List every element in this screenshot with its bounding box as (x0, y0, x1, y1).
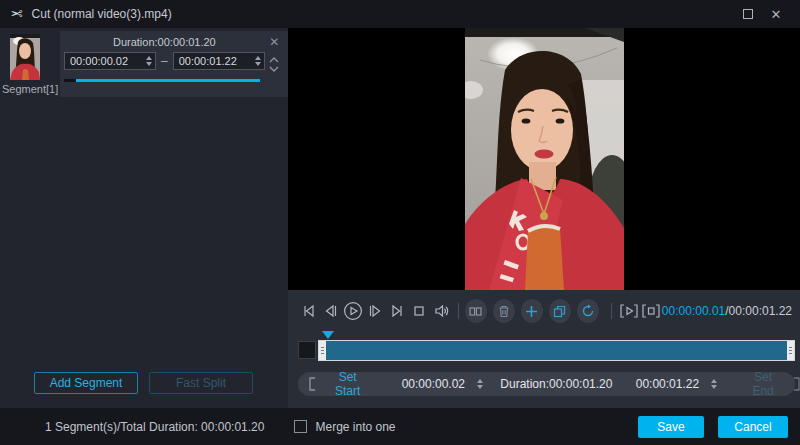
timeline-row (298, 339, 795, 361)
split-segment-button[interactable] (465, 299, 487, 323)
delete-segment-button[interactable] (493, 299, 515, 323)
maximize-icon (743, 9, 753, 19)
titlebar: ✂ Cut (normal video(3).mp4) ✕ (0, 0, 800, 28)
play-icon (343, 301, 363, 321)
trash-icon (498, 305, 510, 318)
merge-checkbox[interactable] (294, 420, 307, 433)
playhead-marker[interactable] (322, 331, 334, 339)
spinner-down-icon[interactable] (477, 385, 483, 389)
spinner-down-icon[interactable] (255, 62, 261, 66)
play-button[interactable] (342, 301, 364, 321)
segment-panel: Segment[1] Duration:00:00:01.20 – (0, 28, 288, 408)
end-bracket-icon (792, 377, 800, 391)
set-start-button[interactable]: Set Start (317, 370, 378, 398)
segment-panel-buttons: Add Segment Fast Split (0, 372, 288, 408)
trim-duration-label: Duration:00:00:01.20 (500, 377, 612, 391)
split-icon (469, 306, 482, 317)
segment-card-rail: ✕ (265, 34, 284, 97)
copy-segment-button[interactable] (549, 299, 571, 323)
set-end-button[interactable]: Set End (734, 370, 791, 398)
trim-start-input[interactable] (394, 377, 472, 391)
skip-start-icon (300, 302, 318, 320)
current-time: 00:00:00.01 (662, 304, 725, 318)
video-viewport (288, 28, 800, 290)
volume-icon (432, 302, 451, 320)
segment-reorder[interactable] (268, 56, 280, 73)
add-segment-icon-button[interactable] (521, 299, 543, 323)
window-title: Cut (normal video(3).mp4) (32, 7, 172, 21)
copy-icon (553, 305, 566, 318)
separator (611, 303, 612, 319)
fast-split-button[interactable]: Fast Split (149, 372, 253, 394)
stop-segment-button[interactable] (640, 301, 662, 321)
trim-start-spinner[interactable] (476, 379, 484, 389)
trim-end-input[interactable] (628, 377, 706, 391)
segment-entry[interactable]: Segment[1] Duration:00:00:01.20 – (0, 31, 288, 97)
segment-remove-icon[interactable]: ✕ (269, 36, 279, 48)
close-icon: ✕ (771, 7, 782, 22)
segment-card-main: Duration:00:00:01.20 – (64, 34, 265, 97)
save-button[interactable]: Save (638, 416, 704, 438)
timeline-selected-range[interactable] (326, 341, 787, 360)
trim-start-field[interactable] (394, 377, 484, 391)
stop-button[interactable] (408, 301, 430, 321)
skip-start-button[interactable] (298, 301, 320, 321)
separator (458, 303, 459, 319)
range-dash: – (156, 54, 173, 68)
volume-button[interactable] (430, 301, 452, 321)
spinner-down-icon[interactable] (711, 385, 717, 389)
stop-segment-icon (640, 302, 662, 320)
time-display: 00:00:00.01/00:00:01.22 (662, 304, 795, 318)
close-button[interactable]: ✕ (762, 3, 790, 25)
spinner-up-icon[interactable] (146, 56, 152, 60)
frame-forward-icon (366, 302, 384, 320)
trim-end-field[interactable] (628, 377, 718, 391)
preview-panel: 00:00:00.01/00:00:01.22 (288, 28, 800, 408)
cancel-button[interactable]: Cancel (718, 416, 788, 438)
status-text: 1 Segment(s)/Total Duration: 00:00:01.20 (45, 420, 264, 434)
trim-bar: Set Start Duration:00:00:01.20 Set End (298, 372, 795, 396)
segment-start-spinner[interactable] (145, 56, 153, 66)
transport-row: 00:00:00.01/00:00:01.22 (298, 299, 795, 323)
segment-end-field[interactable] (173, 52, 265, 70)
frame-forward-button[interactable] (364, 301, 386, 321)
reset-icon (581, 304, 595, 318)
video-frame (465, 28, 624, 290)
merge-label: Merge into one (315, 420, 395, 434)
frame-back-button[interactable] (320, 301, 342, 321)
reset-button[interactable] (577, 299, 599, 323)
main-area: Segment[1] Duration:00:00:01.20 – (0, 28, 800, 408)
merge-option[interactable]: Merge into one (294, 420, 395, 434)
maximize-button[interactable] (734, 3, 762, 25)
segment-end-spinner[interactable] (254, 56, 262, 66)
spinner-down-icon[interactable] (146, 62, 152, 66)
segment-range-bar (64, 79, 260, 82)
add-segment-button[interactable]: Add Segment (34, 372, 138, 394)
chevron-down-icon[interactable] (268, 65, 280, 73)
timeline-thumbnail (298, 341, 316, 359)
segment-end-input[interactable] (179, 55, 254, 67)
stop-icon (410, 302, 428, 320)
chevron-up-icon[interactable] (268, 56, 280, 64)
plus-icon (525, 305, 538, 318)
footer-bar: 1 Segment(s)/Total Duration: 00:00:01.20… (0, 408, 800, 445)
segment-start-field[interactable] (64, 52, 156, 70)
spinner-up-icon[interactable] (711, 379, 717, 383)
segment-thumbnail[interactable] (10, 34, 40, 80)
segment-range-selected (76, 79, 260, 82)
segment-start-input[interactable] (70, 55, 145, 67)
play-segment-button[interactable] (618, 301, 640, 321)
trim-end-spinner[interactable] (710, 379, 718, 389)
skip-end-button[interactable] (386, 301, 408, 321)
segment-card[interactable]: Duration:00:00:01.20 – (60, 31, 288, 97)
trim-start-handle[interactable] (319, 341, 326, 360)
total-time: /00:00:01.22 (725, 304, 792, 318)
skip-end-icon (388, 302, 406, 320)
spinner-up-icon[interactable] (255, 56, 261, 60)
scissors-icon: ✂ (10, 5, 23, 23)
segment-range-pre (64, 79, 76, 82)
segment-list-empty-space (0, 97, 288, 372)
spinner-up-icon[interactable] (477, 379, 483, 383)
timeline-track[interactable] (318, 340, 795, 361)
trim-end-handle[interactable] (787, 341, 794, 360)
